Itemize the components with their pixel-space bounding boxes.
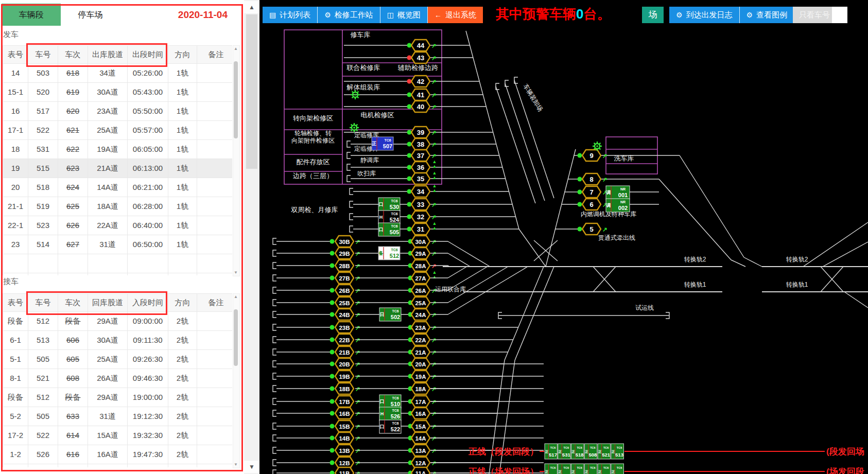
- track-hexagon[interactable]: 19A: [411, 371, 430, 382]
- scroll-down-icon[interactable]: ▼: [244, 461, 259, 473]
- track-hexagon[interactable]: 7: [582, 186, 601, 198]
- table-row[interactable]: 15-152061930A道05:43:001轨: [3, 83, 232, 102]
- track-hexagon[interactable]: 44: [411, 40, 430, 51]
- track-hexagon[interactable]: 16A: [411, 408, 430, 419]
- table-row[interactable]: [3, 273, 232, 275]
- table-row[interactable]: 1450361834道05:26:001轨: [3, 64, 232, 83]
- track-hexagon[interactable]: 11A: [411, 467, 430, 474]
- table-row[interactable]: [3, 464, 232, 467]
- track-hexagon[interactable]: 36: [411, 162, 430, 173]
- track-hexagon[interactable]: 20B: [335, 358, 354, 370]
- train-box[interactable]: 口TC6530: [378, 198, 400, 211]
- table-row[interactable]: 6-151360630A道09:11:302轨: [3, 331, 232, 350]
- table-row[interactable]: [3, 254, 232, 273]
- track-hexagon[interactable]: 12B: [335, 457, 354, 468]
- table-row[interactable]: 1-252661616A道19:47:302轨: [3, 445, 232, 464]
- track-hexagon[interactable]: 26B: [335, 285, 354, 296]
- toolbar-right-button-1[interactable]: ⚙查看图例: [740, 7, 795, 23]
- track-hexagon[interactable]: 23A: [411, 322, 430, 333]
- track-hexagon[interactable]: 17A: [411, 396, 430, 407]
- mainline-train-box[interactable]: 正TC6: [611, 464, 624, 474]
- scroll-up-icon[interactable]: ▲: [244, 1, 259, 13]
- track-hexagon[interactable]: 39: [411, 127, 430, 138]
- exit-system-button[interactable]: ←退出系统: [428, 7, 483, 23]
- track-hexagon[interactable]: 6: [582, 199, 601, 210]
- mainline-train-box[interactable]: 正TC6513: [611, 444, 624, 459]
- track-hexagon[interactable]: 18B: [335, 383, 354, 394]
- toolbar-button-1[interactable]: ⚙检修工作站: [318, 7, 380, 23]
- arrive-table-scrollbar[interactable]: ▲ ▼: [233, 293, 240, 468]
- mainline-train-box[interactable]: 正TC6518: [571, 444, 584, 459]
- scrollbar-thumb[interactable]: [234, 61, 238, 138]
- track-hexagon[interactable]: 24A: [411, 309, 430, 320]
- table-row[interactable]: 段备512段备29A道19:00:002轨: [3, 388, 232, 407]
- mainline-train-box[interactable]: 正TC6: [545, 464, 558, 474]
- track-hexagon[interactable]: 27A: [411, 272, 430, 284]
- track-hexagon[interactable]: 28A: [411, 260, 430, 271]
- show-train-number-button[interactable]: 只看车号: [793, 7, 836, 23]
- track-hexagon[interactable]: 12A: [411, 457, 430, 468]
- track-hexagon[interactable]: 11B: [335, 467, 354, 474]
- track-hexagon[interactable]: 20A: [411, 358, 430, 370]
- mainline-train-box[interactable]: 正TC6: [558, 464, 571, 474]
- train-box[interactable]: 正TC6507: [372, 137, 394, 150]
- track-hexagon[interactable]: 29B: [335, 248, 354, 259]
- panel-scrollbar[interactable]: ▲ ▼: [244, 0, 259, 474]
- scroll-down-icon[interactable]: ▼: [233, 462, 238, 467]
- track-hexagon[interactable]: 8: [582, 173, 601, 185]
- track-hexagon[interactable]: 13B: [335, 445, 354, 456]
- train-box[interactable]: 备TC6512: [378, 247, 401, 260]
- table-row[interactable]: 8-152160826A道09:46:302轨: [3, 369, 232, 388]
- mainline-train-box[interactable]: 正TC6508: [584, 444, 597, 459]
- track-hexagon[interactable]: 23B: [335, 322, 354, 333]
- train-box[interactable]: 口TC6510: [379, 395, 401, 408]
- track-hexagon[interactable]: 5: [582, 223, 601, 235]
- scroll-up-icon[interactable]: ▲: [233, 294, 238, 300]
- depart-table-scrollbar[interactable]: ▲ ▼: [233, 45, 240, 276]
- mainline-train-box[interactable]: 正TC6: [598, 464, 611, 474]
- track-hexagon[interactable]: 14B: [335, 432, 354, 444]
- mainline-train-box[interactable]: 正TC6531: [558, 444, 571, 459]
- scroll-down-icon[interactable]: ▼: [233, 270, 238, 275]
- track-hexagon[interactable]: 34: [411, 186, 430, 197]
- mainline-train-box[interactable]: 正TC6: [571, 464, 584, 474]
- toolbar-button-0[interactable]: ▤计划列表: [263, 7, 318, 23]
- table-row[interactable]: 17-152262125A道05:57:001轨: [3, 121, 232, 140]
- scrollbar-thumb[interactable]: [234, 309, 238, 366]
- track-hexagon[interactable]: 41: [411, 89, 430, 100]
- track-hexagon[interactable]: 21B: [335, 346, 354, 358]
- train-box[interactable]: 调NR002: [606, 199, 630, 212]
- track-hexagon[interactable]: 35: [411, 173, 430, 184]
- track-hexagon[interactable]: 27B: [335, 272, 354, 284]
- table-row[interactable]: 22-152362622A道06:40:001轨: [3, 216, 232, 235]
- track-hexagon[interactable]: 32: [411, 211, 430, 222]
- track-hexagon[interactable]: 24B: [335, 309, 354, 320]
- track-hexagon[interactable]: 21A: [411, 346, 430, 358]
- track-hexagon[interactable]: 42: [411, 76, 430, 87]
- table-row[interactable]: 5-150560525A道09:26:302轨: [3, 350, 232, 369]
- train-box[interactable]: 口TC6505: [378, 223, 400, 236]
- track-hexagon[interactable]: 15A: [411, 420, 430, 432]
- track-hexagon[interactable]: 25A: [411, 297, 430, 308]
- track-hexagon[interactable]: 16B: [335, 408, 354, 419]
- train-box[interactable]: HTC6524: [378, 210, 400, 224]
- yard-button[interactable]: 场: [642, 7, 664, 23]
- track-hexagon[interactable]: 9: [582, 150, 601, 161]
- train-box[interactable]: HTC6526: [379, 407, 401, 420]
- tab-depot[interactable]: 车辆段: [2, 4, 61, 26]
- toolbar-right-button-0[interactable]: ⚙到达出发日志: [669, 7, 740, 23]
- table-row[interactable]: 1951562321A道06:13:001轨: [3, 159, 232, 178]
- track-hexagon[interactable]: 22B: [335, 334, 354, 345]
- mainline-train-box[interactable]: 正TC6521: [598, 444, 611, 459]
- train-box[interactable]: 口TC6522: [379, 420, 401, 433]
- scroll-up-icon[interactable]: ▲: [233, 46, 238, 51]
- track-hexagon[interactable]: 18A: [411, 383, 430, 394]
- train-box[interactable]: 调NR001: [606, 186, 630, 199]
- table-row[interactable]: 17-252261415A道19:32:302轨: [3, 426, 232, 445]
- table-row[interactable]: 21-151962518A道06:28:001轨: [3, 197, 232, 216]
- track-hexagon[interactable]: 38: [411, 138, 430, 150]
- track-hexagon[interactable]: 29A: [411, 248, 430, 259]
- track-hexagon[interactable]: 13A: [411, 445, 430, 456]
- tab-parking[interactable]: 停车场: [61, 4, 120, 26]
- track-hexagon[interactable]: 40: [411, 101, 430, 112]
